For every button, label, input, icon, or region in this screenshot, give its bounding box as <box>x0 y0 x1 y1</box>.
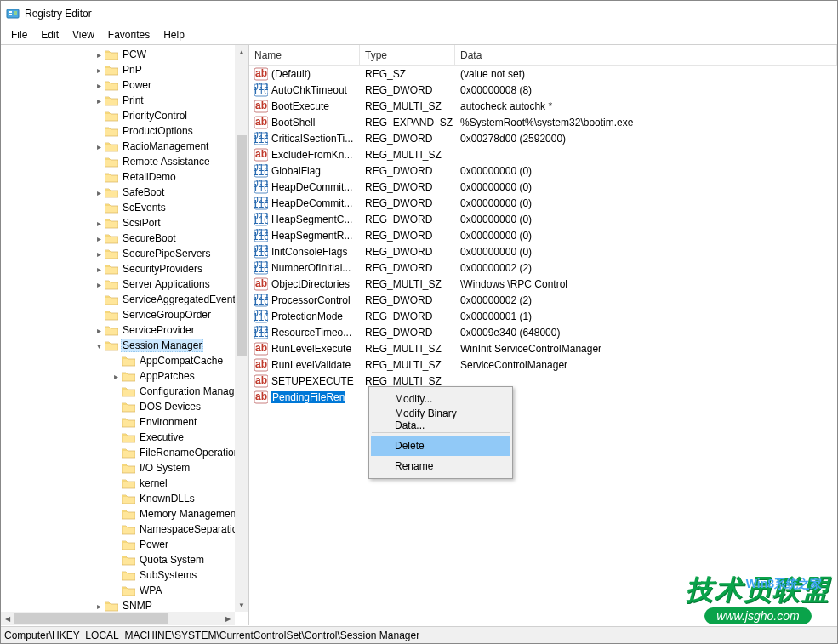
tree-item[interactable]: KnownDLLs <box>1 491 235 506</box>
value-row[interactable]: HeapDeCommit...REG_DWORD0x00000000 (0) <box>249 195 837 211</box>
tree-expander-icon[interactable]: ▸ <box>93 324 105 336</box>
scroll-thumb[interactable] <box>237 135 247 356</box>
tree-item[interactable]: Quota System <box>1 552 235 567</box>
tree-item[interactable]: ▸ScsiPort <box>1 215 235 231</box>
tree-expander-icon[interactable] <box>110 554 122 566</box>
tree-item[interactable]: Configuration Manager <box>1 384 235 399</box>
scroll-up-arrow-icon[interactable]: ▲ <box>235 45 248 59</box>
value-row[interactable]: ResourceTimeo...REG_DWORD0x0009e340 (648… <box>249 324 837 340</box>
tree-item[interactable]: RetailDemo <box>1 169 235 185</box>
tree-expander-icon[interactable]: ▸ <box>93 64 105 76</box>
value-row[interactable]: AutoChkTimeoutREG_DWORD0x00000008 (8) <box>249 82 837 98</box>
tree-expander-icon[interactable] <box>110 431 122 443</box>
scroll-left-arrow-icon[interactable]: ◀ <box>1 612 14 625</box>
value-row[interactable]: HeapSegmentR...REG_DWORD0x00000000 (0) <box>249 227 837 243</box>
tree-expander-icon[interactable] <box>93 202 105 214</box>
tree-item[interactable]: ▸ServiceProvider <box>1 322 235 338</box>
scroll-thumb[interactable] <box>14 613 168 624</box>
menu-help[interactable]: Help <box>157 27 191 43</box>
tree-expander-icon[interactable] <box>110 539 122 550</box>
value-row[interactable]: ProtectionModeREG_DWORD0x00000001 (1) <box>249 308 837 324</box>
tree-expander-icon[interactable] <box>110 508 122 520</box>
value-row[interactable]: HeapSegmentC...REG_DWORD0x00000000 (0) <box>249 211 837 227</box>
tree-item[interactable]: Power <box>1 537 235 552</box>
tree-expander-icon[interactable]: ▸ <box>93 217 105 229</box>
tree-scrollbar-vertical[interactable]: ▲ ▼ <box>235 45 248 612</box>
tree-expander-icon[interactable]: ▸ <box>110 370 122 382</box>
scroll-down-arrow-icon[interactable]: ▼ <box>235 598 248 612</box>
values-list[interactable]: (Default)REG_SZ(value not set)AutoChkTim… <box>249 66 837 625</box>
value-row[interactable]: ProcessorControlREG_DWORD0x00000002 (2) <box>249 292 837 308</box>
tree-item[interactable]: ▸Server Applications <box>1 276 235 292</box>
tree-expander-icon[interactable] <box>110 523 122 535</box>
tree-item[interactable]: kernel <box>1 476 235 491</box>
tree-expander-icon[interactable]: ▸ <box>93 263 105 275</box>
column-type[interactable]: Type <box>360 45 455 65</box>
tree-expander-icon[interactable] <box>93 309 105 321</box>
tree-item[interactable]: PriorityControl <box>1 108 235 123</box>
context-menu-item[interactable]: Delete <box>371 436 510 456</box>
tree-expander-icon[interactable]: ▸ <box>93 600 105 612</box>
tree-item[interactable]: ▸AppPatches <box>1 368 235 384</box>
tree-expander-icon[interactable]: ▸ <box>93 140 105 152</box>
tree-item[interactable]: ▸SafeBoot <box>1 185 235 200</box>
tree-item[interactable]: ▸PCW <box>1 47 235 62</box>
tree-expander-icon[interactable] <box>93 125 105 137</box>
context-menu-item[interactable]: Rename <box>371 456 510 476</box>
tree-expander-icon[interactable] <box>110 355 122 367</box>
tree-expander-icon[interactable]: ▸ <box>93 278 105 290</box>
tree-item[interactable]: ▸SNMP <box>1 598 235 612</box>
column-data[interactable]: Data <box>455 45 837 65</box>
value-row[interactable]: BootExecuteREG_MULTI_SZautocheck autochk… <box>249 98 837 114</box>
registry-tree[interactable]: ▸PCW▸PnP▸Power▸PrintPriorityControlProdu… <box>1 45 235 612</box>
context-menu-item[interactable]: Modify Binary Data... <box>371 409 510 430</box>
value-row[interactable]: BootShellREG_EXPAND_SZ%SystemRoot%\syste… <box>249 114 837 130</box>
value-row[interactable]: InitConsoleFlagsREG_DWORD0x00000000 (0) <box>249 243 837 259</box>
tree-expander-icon[interactable] <box>93 110 105 122</box>
tree-item[interactable]: Remote Assistance <box>1 154 235 169</box>
value-row[interactable]: SETUPEXECUTEREG_MULTI_SZ <box>249 373 837 389</box>
value-row[interactable]: RunLevelExecuteREG_MULTI_SZWinInit Servi… <box>249 340 837 356</box>
tree-item[interactable]: ▸Power <box>1 77 235 93</box>
menu-favorites[interactable]: Favorites <box>101 27 157 43</box>
tree-item[interactable]: Memory Management <box>1 506 235 521</box>
tree-item[interactable]: ServiceGroupOrder <box>1 307 235 322</box>
tree-expander-icon[interactable] <box>110 401 122 413</box>
tree-item[interactable]: ▸SecureBoot <box>1 231 235 246</box>
tree-item[interactable]: Executive <box>1 430 235 445</box>
value-row[interactable]: RunLevelValidateREG_MULTI_SZServiceContr… <box>249 356 837 373</box>
tree-expander-icon[interactable] <box>93 294 105 305</box>
tree-expander-icon[interactable] <box>110 447 122 459</box>
tree-expander-icon[interactable] <box>110 569 122 581</box>
tree-item[interactable]: ▸SecurePipeServers <box>1 246 235 261</box>
tree-expander-icon[interactable] <box>110 477 122 489</box>
tree-expander-icon[interactable] <box>110 416 122 428</box>
tree-expander-icon[interactable]: ▸ <box>93 94 105 106</box>
tree-expander-icon[interactable]: ▾ <box>93 339 105 351</box>
tree-expander-icon[interactable]: ▸ <box>93 48 105 60</box>
tree-item[interactable]: ▸PnP <box>1 62 235 77</box>
tree-item[interactable]: ▸SecurityProviders <box>1 261 235 276</box>
menu-view[interactable]: View <box>66 27 101 43</box>
tree-item[interactable]: ServiceAggregatedEvents <box>1 292 235 307</box>
tree-item[interactable]: ProductOptions <box>1 123 235 139</box>
tree-expander-icon[interactable] <box>110 584 122 596</box>
menu-edit[interactable]: Edit <box>34 27 66 43</box>
value-row[interactable]: CriticalSectionTi...REG_DWORD0x00278d00 … <box>249 130 837 146</box>
menu-file[interactable]: File <box>4 27 34 43</box>
value-row[interactable]: ObjectDirectoriesREG_MULTI_SZ\Windows \R… <box>249 276 837 292</box>
tree-expander-icon[interactable] <box>110 493 122 504</box>
tree-expander-icon[interactable] <box>93 156 105 168</box>
tree-item[interactable]: ScEvents <box>1 200 235 215</box>
context-menu-item[interactable]: Modify... <box>371 389 510 409</box>
tree-item[interactable]: ▾Session Manager <box>1 338 235 353</box>
tree-item[interactable]: Environment <box>1 414 235 430</box>
value-row[interactable]: (Default)REG_SZ(value not set) <box>249 66 837 82</box>
tree-item[interactable]: ▸RadioManagement <box>1 139 235 154</box>
tree-item[interactable]: ▸Print <box>1 93 235 108</box>
value-row[interactable]: GlobalFlagREG_DWORD0x00000000 (0) <box>249 162 837 179</box>
tree-item[interactable]: SubSystems <box>1 567 235 583</box>
value-row[interactable]: PendingFileRen <box>249 389 837 405</box>
scroll-right-arrow-icon[interactable]: ▶ <box>221 612 235 625</box>
tree-expander-icon[interactable]: ▸ <box>93 186 105 198</box>
